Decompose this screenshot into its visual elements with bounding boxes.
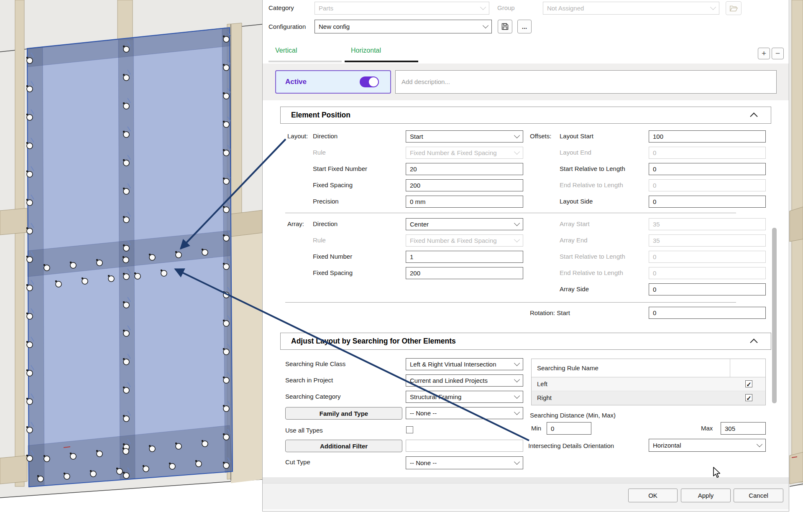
field-label: Direction	[313, 220, 338, 227]
max-distance-value: 305	[725, 425, 735, 432]
collapse-chevron-icon[interactable]	[750, 112, 757, 120]
group-value: Not Assigned	[547, 5, 584, 12]
array-fixed-spacing-input[interactable]: 200	[406, 267, 523, 279]
start-relative-length-input[interactable]: 0	[649, 163, 766, 175]
chevron-down-icon	[514, 459, 520, 465]
table-row[interactable]: Right	[532, 391, 765, 405]
searching-category-label: Searching Category	[285, 393, 341, 400]
rotation-start-input[interactable]: 0	[649, 307, 766, 319]
chevron-down-icon	[514, 237, 520, 242]
family-and-type-select[interactable]: -- None --	[406, 407, 523, 419]
searching-rule-class-value: Left & Right Virtual Intersection	[410, 361, 496, 368]
configuration-label: Configuration	[269, 23, 306, 30]
save-configuration-button[interactable]	[498, 20, 512, 33]
layout-end-input: 0	[649, 147, 766, 159]
min-distance-value: 0	[551, 425, 554, 432]
min-label: Min	[531, 425, 541, 432]
intersecting-orientation-select[interactable]: Horizontal	[649, 439, 766, 452]
open-folder-button[interactable]	[726, 1, 742, 15]
offsets-group-label: Offsets:	[530, 132, 551, 140]
content-bottom-strip	[263, 477, 789, 483]
active-label: Active	[285, 78, 307, 86]
start-fixed-number-input[interactable]: 20	[406, 163, 523, 175]
rule-name: Left	[537, 380, 547, 387]
field-label: End Relative to Length	[560, 269, 623, 276]
chevron-down-icon	[514, 409, 520, 415]
category-select[interactable]: Parts	[315, 2, 489, 15]
min-distance-input[interactable]: 0	[547, 422, 591, 435]
cut-type-select[interactable]: -- None --	[406, 456, 523, 469]
layout-direction-select[interactable]: Start	[406, 130, 523, 143]
layout-rule-value: Fixed Number & Fixed Spacing	[410, 149, 497, 156]
rule-enabled-checkbox[interactable]	[745, 380, 752, 387]
group-select[interactable]: Not Assigned	[543, 2, 719, 15]
rotation-start-value: 0	[653, 309, 656, 316]
rule-name: Right	[537, 394, 552, 401]
category-label: Category	[269, 4, 294, 11]
column-divider	[730, 359, 730, 377]
fixed-spacing-input[interactable]: 200	[406, 179, 523, 191]
search-in-project-select[interactable]: Current and Linked Projects	[406, 374, 523, 387]
field-label: Rule	[313, 149, 326, 156]
array-direction-value: Center	[410, 221, 429, 228]
remove-tab-button[interactable]: −	[772, 48, 784, 59]
apply-button[interactable]: Apply	[681, 489, 731, 502]
searching-rule-class-select[interactable]: Left & Right Virtual Intersection	[406, 358, 523, 370]
array-fixed-number-input[interactable]: 1	[406, 251, 523, 263]
searching-distance-label: Searching Distance (Min, Max)	[530, 412, 616, 419]
start-fixed-number-value: 20	[410, 165, 417, 173]
table-row[interactable]: Left	[532, 377, 765, 391]
vertical-scrollbar-thumb[interactable]	[772, 228, 777, 403]
searching-rules-table: Searching Rule Name Left Right	[531, 359, 766, 405]
layout-rule-select: Fixed Number & Fixed Spacing	[406, 147, 523, 159]
active-toggle[interactable]	[360, 76, 379, 87]
table-header: Searching Rule Name	[532, 359, 765, 377]
description-input[interactable]: Add description...	[395, 70, 777, 94]
ok-button[interactable]: OK	[628, 489, 678, 502]
cut-type-label: Cut Type	[285, 458, 310, 466]
cancel-button[interactable]: Cancel	[734, 489, 783, 502]
field-label: Layout End	[560, 149, 591, 156]
layout-start-input[interactable]: 100	[649, 130, 766, 143]
more-options-button[interactable]: ...	[517, 20, 532, 33]
precision-input[interactable]: 0 mm	[406, 196, 523, 208]
chevron-down-icon	[757, 441, 762, 447]
tab-vertical[interactable]: Vertical	[275, 47, 297, 54]
array-direction-select[interactable]: Center	[406, 218, 523, 230]
max-distance-input[interactable]: 305	[721, 422, 766, 435]
array-end-input: 35	[649, 234, 766, 247]
searching-rule-class-label: Searching Rule Class	[285, 360, 345, 367]
configuration-select[interactable]: New config	[315, 20, 492, 33]
tab-horizontal[interactable]: Horizontal	[351, 47, 381, 54]
section-title: Element Position	[291, 111, 350, 120]
divider	[285, 302, 736, 303]
field-label: Array End	[560, 237, 588, 244]
rule-enabled-checkbox[interactable]	[745, 394, 752, 401]
collapse-chevron-icon[interactable]	[750, 339, 757, 346]
additional-filter-input[interactable]	[406, 440, 523, 452]
field-label: Rule	[313, 237, 326, 244]
array-fixed-spacing-value: 200	[410, 270, 420, 277]
layout-start-value: 100	[653, 133, 663, 140]
array-rule-select: Fixed Number & Fixed Spacing	[406, 234, 523, 247]
use-all-types-checkbox[interactable]	[406, 426, 413, 433]
field-label: Fixed Number	[313, 253, 352, 260]
searching-category-select[interactable]: Structural Framing	[406, 391, 523, 403]
field-label: Start Relative to Length	[560, 165, 625, 172]
add-tab-button[interactable]: +	[758, 48, 770, 59]
open-folder-icon	[729, 4, 738, 13]
family-and-type-button[interactable]: Family and Type	[285, 407, 402, 420]
description-placeholder: Add description...	[402, 78, 450, 85]
chevron-down-icon	[514, 132, 520, 138]
family-and-type-value: -- None --	[410, 410, 437, 417]
dialog-content: Category Parts Group Not Assigned Config…	[0, 0, 803, 532]
array-fixed-number-value: 1	[410, 253, 413, 260]
field-label: Layout Side	[560, 198, 593, 205]
chevron-down-icon	[514, 393, 520, 399]
additional-filter-button[interactable]: Additional Filter	[285, 440, 402, 452]
layout-side-input[interactable]: 0	[649, 196, 766, 208]
field-label: Layout Start	[560, 132, 593, 140]
array-start-relative-input: 0	[649, 251, 766, 263]
precision-value: 0 mm	[410, 198, 426, 205]
array-side-input[interactable]: 0	[649, 283, 766, 295]
